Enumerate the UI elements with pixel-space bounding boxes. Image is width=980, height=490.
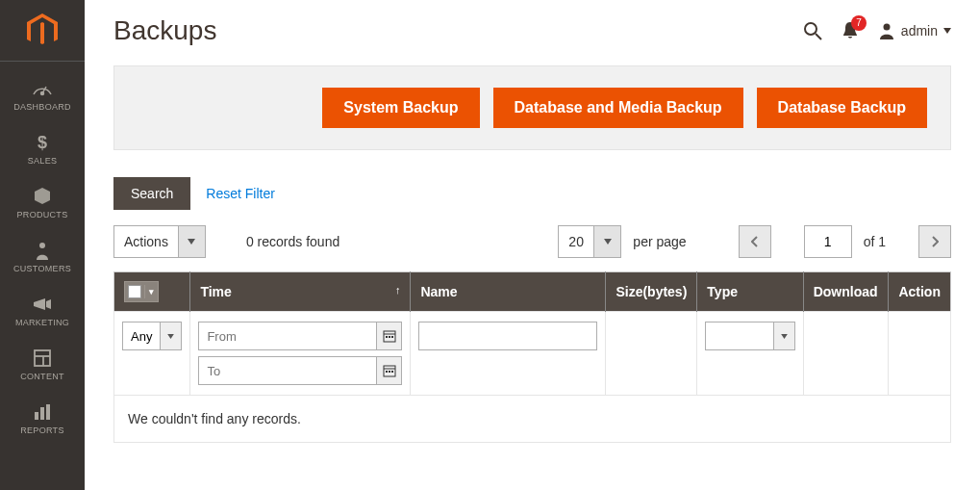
backup-actions-bar: System Backup Database and Media Backup … (113, 65, 951, 150)
filter-row: Any (114, 312, 951, 396)
reset-filter-link[interactable]: Reset Filter (206, 186, 275, 201)
grid-controls: Actions 0 records found 20 per page of 1 (113, 225, 951, 258)
magento-logo[interactable] (0, 0, 85, 62)
actions-label: Actions (114, 226, 178, 257)
sidebar-label: SALES (28, 156, 58, 166)
grid-header-row: ▾ Time↑ Name Size(bytes) Type Download A… (114, 272, 951, 312)
to-date-input[interactable] (199, 357, 376, 384)
page-total-label: of 1 (864, 234, 886, 249)
svg-rect-22 (391, 371, 393, 373)
sidebar-label: REPORTS (20, 426, 63, 435)
megaphone-icon (30, 295, 55, 314)
svg-rect-16 (389, 336, 390, 338)
records-found-text: 0 records found (246, 234, 339, 249)
mass-actions-select[interactable]: Actions (113, 225, 206, 258)
prev-page-button[interactable] (739, 225, 771, 258)
layout-icon (30, 348, 55, 368)
box-icon (30, 187, 55, 206)
sidebar-label: DASHBOARD (13, 102, 71, 112)
svg-point-10 (805, 23, 817, 35)
per-page-select[interactable]: 20 (558, 225, 621, 258)
caret-down-icon (943, 28, 951, 34)
empty-row: We couldn't find any records. (114, 396, 951, 443)
notifications-icon[interactable]: 7 (842, 21, 859, 40)
caret-down-icon (160, 322, 181, 349)
user-icon (878, 22, 895, 39)
per-page-label: per page (633, 234, 686, 249)
calendar-icon[interactable] (376, 357, 401, 384)
user-name: admin (901, 23, 938, 39)
column-time[interactable]: Time↑ (190, 272, 411, 312)
filter-time-from[interactable] (198, 322, 402, 350)
sidebar-item-dashboard[interactable]: DASHBOARD (0, 69, 85, 123)
svg-line-11 (816, 34, 821, 39)
dashboard-icon (30, 79, 55, 98)
svg-rect-4 (35, 350, 50, 366)
sidebar-label: PRODUCTS (17, 210, 68, 219)
column-checkbox[interactable]: ▾ (114, 272, 190, 312)
svg-point-12 (883, 24, 890, 31)
sidebar-item-products[interactable]: PRODUCTS (0, 177, 85, 231)
svg-rect-21 (389, 371, 390, 373)
search-filter-row: Search Reset Filter (113, 177, 951, 210)
svg-rect-20 (386, 371, 388, 373)
sidebar-item-customers[interactable]: CUSTOMERS (0, 231, 85, 285)
sort-asc-icon: ↑ (395, 284, 401, 296)
filter-time-to[interactable] (198, 356, 402, 385)
search-button[interactable]: Search (113, 177, 190, 210)
backups-grid: ▾ Time↑ Name Size(bytes) Type Download A… (113, 271, 951, 443)
empty-message: We couldn't find any records. (114, 396, 951, 443)
calendar-icon[interactable] (376, 322, 401, 349)
dollar-icon: $ (30, 133, 55, 152)
sidebar-item-content[interactable]: CONTENT (0, 339, 85, 393)
column-type[interactable]: Type (697, 272, 803, 312)
svg-rect-17 (391, 336, 393, 338)
current-page-input[interactable] (804, 225, 852, 258)
svg-rect-7 (35, 412, 38, 420)
sidebar-item-reports[interactable]: REPORTS (0, 393, 85, 447)
sidebar-label: MARKETING (15, 318, 69, 327)
topbar: Backups 7 admin (113, 0, 951, 65)
caret-down-icon (593, 226, 620, 257)
column-action[interactable]: Action (889, 272, 951, 312)
caret-down-icon (178, 226, 205, 257)
user-menu[interactable]: admin (878, 22, 951, 39)
person-icon (30, 241, 55, 260)
filter-type-select[interactable] (705, 322, 794, 350)
filter-name-input[interactable] (418, 322, 597, 350)
page-title: Backups (113, 15, 803, 46)
main-content: Backups 7 admin System Backup Database a… (85, 0, 980, 490)
from-date-input[interactable] (199, 322, 376, 349)
search-icon[interactable] (803, 21, 822, 40)
system-backup-button[interactable]: System Backup (322, 88, 479, 128)
per-page-value: 20 (559, 226, 593, 257)
svg-point-3 (39, 243, 45, 248)
column-size[interactable]: Size(bytes) (606, 272, 697, 312)
chart-icon (30, 402, 55, 422)
svg-rect-15 (386, 336, 388, 338)
database-backup-button[interactable]: Database Backup (757, 88, 927, 128)
notification-badge: 7 (851, 15, 867, 31)
svg-rect-8 (40, 407, 44, 420)
sidebar-item-marketing[interactable]: MARKETING (0, 285, 85, 339)
sidebar-item-sales[interactable]: $ SALES (0, 123, 85, 177)
column-name[interactable]: Name (411, 272, 606, 312)
sidebar-label: CUSTOMERS (13, 264, 71, 273)
database-media-backup-button[interactable]: Database and Media Backup (493, 88, 743, 128)
next-page-button[interactable] (918, 225, 951, 258)
svg-rect-9 (46, 404, 50, 420)
svg-text:$: $ (38, 133, 47, 152)
caret-down-icon (773, 322, 794, 349)
admin-sidebar: DASHBOARD $ SALES PRODUCTS CUSTOMERS MAR… (0, 0, 85, 490)
filter-checkbox-select[interactable]: Any (122, 322, 182, 350)
column-download[interactable]: Download (803, 272, 889, 312)
sidebar-label: CONTENT (20, 372, 64, 381)
